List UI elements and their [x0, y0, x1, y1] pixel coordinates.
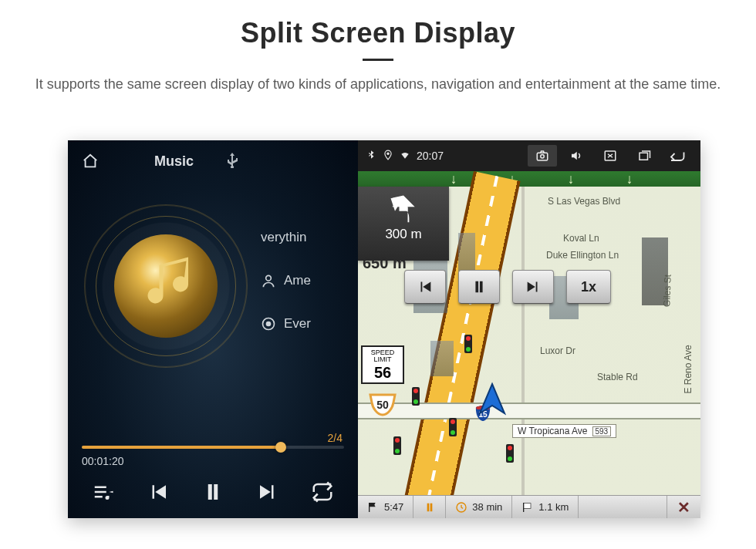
traffic-light-icon — [393, 436, 401, 455]
lane-arrow-icon: ↓ — [568, 171, 574, 187]
recents-button[interactable] — [629, 145, 659, 167]
close-app-button[interactable] — [596, 145, 625, 167]
svg-rect-12 — [524, 503, 531, 508]
eta-cell[interactable]: 5:47 — [358, 496, 413, 518]
track-index: 2/4 — [328, 432, 343, 444]
turn-distance-small: 300 m — [358, 227, 449, 242]
road-label: Giles St — [661, 274, 673, 307]
track-title: verythin — [261, 230, 307, 245]
music-note-icon — [142, 255, 204, 317]
usb-icon[interactable] — [226, 153, 238, 170]
traffic-light-icon — [506, 444, 514, 463]
svg-rect-13 — [523, 503, 524, 512]
road-label: E Reno Ave — [683, 345, 694, 393]
music-body: verythin Ame Ever — [68, 174, 358, 421]
svg-point-5 — [541, 155, 545, 159]
current-speed-shield: 50 — [369, 393, 397, 416]
music-pane: Music verythin — [68, 140, 358, 518]
home-icon[interactable] — [80, 153, 100, 170]
back-button[interactable] — [663, 145, 693, 167]
turn-panel: 300 m — [358, 187, 449, 261]
volume-button[interactable] — [562, 145, 591, 167]
traffic-light-icon — [412, 387, 420, 406]
track-artist: Ame — [284, 273, 311, 288]
overlay-prev-button[interactable] — [404, 270, 446, 304]
nav-bottom-bar: 5:47 38 min 1.1 km ✕ — [358, 495, 700, 518]
distance-cell[interactable]: 1.1 km — [512, 496, 579, 518]
flag-icon — [367, 501, 380, 514]
status-clock: 20:07 — [417, 150, 444, 162]
page-title: Split Screen Display — [0, 17, 756, 49]
bluetooth-icon — [366, 150, 376, 163]
road-label: Luxor Dr — [540, 345, 575, 356]
speed-limit-sign: SPEED LIMIT 56 — [361, 345, 404, 384]
location-icon — [383, 150, 393, 163]
svg-point-0 — [266, 275, 272, 281]
status-bar: 20:07 — [358, 140, 700, 171]
svg-point-3 — [387, 153, 389, 154]
building-icon — [430, 341, 454, 376]
svg-point-2 — [267, 322, 271, 326]
overlay-next-button[interactable] — [512, 270, 554, 304]
svg-text:50: 50 — [376, 399, 389, 411]
album-icon — [261, 316, 276, 332]
nav-media-overlay: 1x — [404, 270, 611, 304]
traffic-light-icon — [449, 418, 457, 436]
road-label: Koval Ln — [563, 233, 599, 244]
road-label: Stable Rd — [597, 372, 638, 382]
turn-distance-big: 650 m — [363, 254, 407, 272]
wifi-icon — [400, 150, 410, 163]
lane-arrow-icon: ↓ — [451, 171, 457, 187]
road-label: S Las Vegas Blvd — [548, 196, 620, 207]
track-album: Ever — [284, 316, 311, 332]
pause-button[interactable] — [196, 475, 230, 509]
prev-button[interactable] — [141, 475, 175, 509]
music-app-label: Music — [154, 153, 194, 170]
nav-pause-button[interactable] — [413, 496, 446, 518]
artist-icon — [261, 273, 276, 288]
vehicle-cursor-icon — [474, 381, 511, 418]
device-screenshot: Music verythin — [68, 140, 700, 518]
street-callout: W Tropicana Ave593 — [512, 424, 616, 438]
remaining-cell[interactable]: 38 min — [446, 496, 512, 518]
next-button[interactable] — [251, 475, 285, 509]
cross-road — [358, 402, 700, 419]
music-topbar: Music — [68, 140, 358, 174]
overlay-speed-button[interactable]: 1x — [566, 270, 611, 304]
track-info: verythin Ame Ever — [261, 216, 358, 345]
svg-rect-7 — [640, 153, 648, 160]
building-icon — [458, 233, 475, 271]
lane-guidance: ↓ ↓ ↓ ↓ — [358, 171, 700, 187]
lane-arrow-icon: ↓ — [626, 171, 633, 187]
progress-bar[interactable] — [82, 446, 344, 449]
flag-icon — [521, 501, 534, 514]
progress-knob[interactable] — [275, 442, 286, 453]
turn-left-icon — [386, 191, 420, 225]
road-label: Duke Ellington Ln — [546, 250, 619, 261]
nav-close-button[interactable]: ✕ — [667, 496, 700, 518]
progress-fill — [82, 446, 281, 449]
svg-rect-10 — [369, 503, 370, 512]
repeat-button[interactable] — [305, 475, 339, 509]
nav-pane: 20:07 ↓ ↓ ↓ ↓ — [358, 140, 700, 518]
page-subtitle: It supports the same screen display of t… — [0, 75, 756, 94]
title-underline — [363, 59, 393, 61]
progress-area: 2/4 00:01:20 — [82, 446, 344, 449]
music-controls — [68, 466, 358, 518]
clock-icon — [455, 501, 467, 514]
traffic-light-icon — [464, 335, 472, 353]
screenshot-button[interactable] — [528, 145, 557, 167]
overlay-pause-button[interactable] — [458, 270, 500, 304]
svg-rect-4 — [537, 153, 548, 160]
playlist-button[interactable] — [86, 475, 120, 509]
